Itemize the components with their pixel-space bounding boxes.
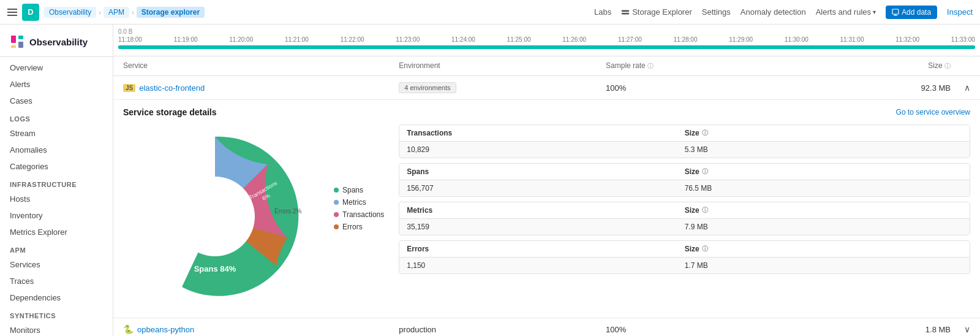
sidebar-item-traces[interactable]: Traces [0, 273, 113, 289]
storage-explorer-link[interactable]: Storage Explorer [621, 7, 692, 17]
hamburger-menu[interactable] [7, 9, 17, 16]
service-storage-section: Service storage details Go to service ov… [113, 100, 980, 318]
python-service-row: 🐍 opbeans-python production 100% 1.8 MB … [113, 318, 980, 336]
stats-header-metrics: Metrics Size ⓘ [399, 202, 970, 219]
timeline-y-label: 0.0 B [113, 27, 980, 36]
section-header: Service storage details Go to service ov… [123, 107, 970, 117]
sidebar-section-apm: APM [0, 240, 113, 256]
anomaly-detection-link[interactable]: Anomaly detection [741, 7, 806, 17]
col-size: Size ⓘ [813, 61, 951, 71]
svg-rect-1 [622, 12, 629, 14]
sidebar-item-metrics-explorer[interactable]: Metrics Explorer [0, 224, 113, 240]
sidebar-section-infrastructure: Infrastructure [0, 175, 113, 191]
legend-dot-errors [334, 224, 339, 229]
svg-text:Errors 2%: Errors 2% [274, 208, 302, 215]
sidebar-section-synthetics: Synthetics [0, 306, 113, 322]
sidebar-item-monitors[interactable]: Monitors [0, 322, 113, 336]
main-service-row: JS elastic-co-frontend 4 environments 10… [113, 76, 980, 100]
service-sample-rate: 100% [606, 83, 813, 93]
breadcrumb-observability[interactable]: Observability [44, 7, 96, 18]
breadcrumb-sep-1: › [99, 9, 101, 16]
brand-name: Observability [29, 37, 88, 47]
labs-link[interactable]: Labs [594, 7, 611, 17]
col-sample-rate: Sample rate ⓘ [606, 61, 813, 71]
sidebar-item-hosts[interactable]: Hosts [0, 191, 113, 207]
service-environment: 4 environments [399, 82, 606, 93]
python-service-link[interactable]: opbeans-python [137, 325, 194, 334]
python-icon: 🐍 [123, 324, 134, 334]
python-chevron[interactable]: ∨ [951, 324, 970, 334]
add-data-button[interactable]: Add data [886, 6, 937, 19]
legend-dot-metrics [334, 200, 339, 205]
sidebar-item-anomalies[interactable]: Anomalies [0, 142, 113, 158]
env-badge: 4 environments [399, 82, 456, 93]
alerts-rules-link[interactable]: Alerts and rules ▾ [816, 7, 876, 17]
legend-dot-spans [334, 188, 339, 193]
breadcrumb-apm[interactable]: APM [104, 7, 129, 18]
sidebar: Observability Overview Alerts Cases Logs… [0, 25, 113, 336]
errors-size-info-icon[interactable]: ⓘ [702, 245, 708, 253]
brand-icon [10, 34, 24, 49]
size-info-icon[interactable]: ⓘ [944, 63, 951, 69]
settings-link[interactable]: Settings [702, 7, 731, 17]
sidebar-item-alerts[interactable]: Alerts [0, 76, 113, 93]
col-service: Service [123, 61, 399, 71]
svg-text:9%: 9% [225, 193, 235, 200]
pie-container: Spans 84% Metrics 9% Errors 2% Transacti… [123, 124, 319, 310]
breadcrumb: Observability › APM › Storage explorer [44, 7, 205, 18]
sidebar-item-dependencies[interactable]: Dependencies [0, 289, 113, 306]
svg-rect-7 [11, 45, 16, 48]
sidebar-item-inventory[interactable]: Inventory [0, 207, 113, 224]
sidebar-item-cases[interactable]: Cases [0, 93, 113, 109]
table-header: Service Environment Sample rate ⓘ Size ⓘ [113, 56, 980, 76]
breadcrumb-storage-explorer[interactable]: Storage explorer [137, 7, 205, 18]
go-to-service-link[interactable]: Go to service overview [896, 108, 970, 116]
svg-rect-8 [18, 42, 23, 48]
js-badge: JS [123, 84, 135, 92]
logo-badge: D [22, 4, 39, 21]
transactions-size-info-icon[interactable]: ⓘ [702, 129, 708, 137]
stats-section-errors: Errors Size ⓘ 1,150 1.7 MB [399, 240, 970, 274]
service-link[interactable]: elastic-co-frontend [139, 83, 205, 93]
legend-errors: Errors [334, 223, 384, 231]
timeline-track [118, 45, 975, 49]
svg-rect-2 [892, 9, 899, 14]
stats-section-metrics: Metrics Size ⓘ 35,159 7.9 MB [399, 202, 970, 235]
timeline-bar: 0.0 B 11:18:00 11:19:00 11:20:00 11:21:0… [113, 25, 980, 56]
svg-text:Metrics: Metrics [219, 186, 243, 193]
sidebar-item-stream[interactable]: Stream [0, 125, 113, 142]
col-environment: Environment [399, 61, 606, 71]
svg-point-9 [175, 177, 255, 256]
stats-row-metrics: 35,159 7.9 MB [399, 219, 970, 235]
service-size: 92.3 MB [813, 83, 951, 93]
legend-spans: Spans [334, 186, 384, 194]
python-sample-rate: 100% [606, 325, 813, 334]
sidebar-item-services[interactable]: Services [0, 256, 113, 273]
timeline-fill [118, 45, 975, 49]
breadcrumb-sep-2: › [132, 9, 134, 16]
pie-chart-area: Spans 84% Metrics 9% Errors 2% Transacti… [123, 124, 384, 310]
collapse-button[interactable]: ∧ [964, 83, 970, 93]
pie-chart-svg: Spans 84% Metrics 9% Errors 2% Transacti… [123, 124, 307, 308]
sidebar-item-categories[interactable]: Categories [0, 158, 113, 175]
inspect-link[interactable]: Inspect [947, 7, 973, 17]
sidebar-item-overview[interactable]: Overview [0, 59, 113, 76]
storage-icon [621, 8, 630, 17]
expand-button[interactable]: ∨ [964, 324, 970, 334]
svg-rect-6 [18, 36, 23, 39]
storage-detail-grid: Spans 84% Metrics 9% Errors 2% Transacti… [123, 124, 970, 310]
stats-row-spans: 156,707 76.5 MB [399, 180, 970, 196]
stats-row-transactions: 10,829 5.3 MB [399, 142, 970, 158]
sample-rate-info-icon[interactable]: ⓘ [647, 63, 654, 69]
metrics-size-info-icon[interactable]: ⓘ [702, 206, 708, 215]
svg-rect-0 [622, 10, 629, 12]
spans-size-info-icon[interactable]: ⓘ [702, 167, 708, 176]
legend-metrics: Metrics [334, 198, 384, 207]
section-title: Service storage details [123, 107, 217, 117]
stats-header-errors: Errors Size ⓘ [399, 241, 970, 258]
nav-right: Labs Storage Explorer Settings Anomaly d… [594, 6, 973, 19]
legend-dot-transactions [334, 212, 339, 217]
sidebar-brand: Observability [0, 29, 113, 57]
svg-rect-5 [11, 36, 16, 43]
service-chevron-up[interactable]: ∧ [951, 83, 970, 93]
